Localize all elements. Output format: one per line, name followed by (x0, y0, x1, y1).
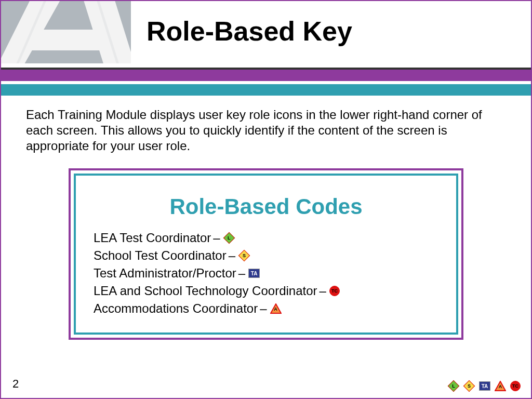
page-title: Role-Based Key (147, 16, 352, 47)
badge-a-icon: A (270, 303, 282, 314)
footer-badge-a-icon: A (495, 381, 506, 391)
footer-badge-tc-icon: TC (510, 381, 521, 391)
role-label: LEA and School Technology Coordinator (94, 284, 317, 298)
role-label: School Test Coordinator (94, 248, 227, 263)
separator: – (320, 284, 326, 298)
divider-purple (1, 70, 531, 81)
page-number: 2 (12, 377, 19, 391)
badge-l-icon: L (223, 232, 235, 244)
badge-tc-icon: TC (329, 286, 340, 296)
intro-text: Each Training Module displays user key r… (1, 96, 531, 163)
divider-teal (1, 84, 531, 96)
role-label: LEA Test Coordinator (94, 231, 211, 245)
svg-marker-3 (30, 30, 102, 50)
footer-badges: L S TA A TC (448, 380, 521, 392)
footer-badge-s-icon: S (463, 380, 475, 392)
logo (1, 1, 131, 63)
role-school-test-coordinator: School Test Coordinator – S (94, 248, 438, 263)
header: Role-Based Key (1, 1, 531, 68)
role-label: Test Administrator/Proctor (94, 266, 236, 281)
separator: – (213, 231, 220, 245)
footer-badge-ta-icon: TA (479, 381, 490, 391)
role-accommodations-coordinator: Accommodations Coordinator – A (94, 301, 438, 316)
role-label: Accommodations Coordinator (94, 301, 258, 316)
badge-ta-icon: TA (248, 269, 260, 278)
role-test-administrator: Test Administrator/Proctor – TA (94, 266, 438, 281)
footer-badge-l-icon: L (448, 380, 459, 392)
badge-s-icon: S (238, 250, 250, 261)
codes-box: Role-Based Codes LEA Test Coordinator – … (69, 168, 463, 340)
separator: – (238, 266, 245, 281)
codes-heading: Role-Based Codes (94, 194, 438, 219)
role-technology-coordinator: LEA and School Technology Coordinator – … (94, 284, 438, 298)
separator: – (229, 248, 235, 263)
slide: Role-Based Key Each Training Module disp… (0, 0, 532, 399)
role-lea-test-coordinator: LEA Test Coordinator – L (94, 231, 438, 245)
codes-inner: Role-Based Codes LEA Test Coordinator – … (74, 174, 458, 335)
separator: – (260, 301, 267, 316)
